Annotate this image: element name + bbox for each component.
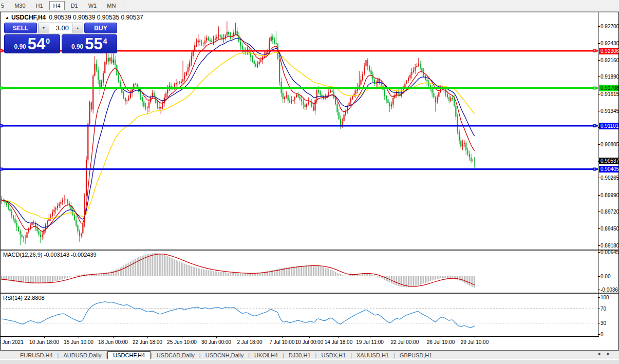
time-axis-label: 29 Jul 10:00	[461, 339, 489, 345]
symbol-timeframe-label: USDCHF,H4	[11, 14, 46, 21]
chart-tab-gbpusd[interactable]: GBPUSD,H1	[395, 352, 437, 359]
time-axis-tick	[216, 337, 217, 338]
time-axis-tick	[79, 337, 79, 338]
time-axis-label: 10 Jul 00:00	[295, 339, 324, 345]
time-axis-label: 8 Jun 2021	[0, 339, 24, 345]
chart-tab-bar: EURUSD,H4|AUDUSD,Daily|USDCHF,H4|USDCAD,…	[0, 350, 619, 359]
time-axis-tick	[405, 337, 405, 338]
time-axis-label: 22 Jul 00:00	[391, 339, 419, 345]
time-axis-tick	[182, 337, 182, 338]
time-axis-label: 26 Jul 19:00	[427, 339, 455, 345]
pane-bottom-border	[0, 336, 599, 337]
time-axis-label: 14 Jul 18:00	[325, 339, 353, 345]
volume-increase-button[interactable]: ▲	[72, 23, 83, 33]
chart-title: ▲USDCHF,H40.90539 0.90539 0.90535 0.9053…	[5, 14, 143, 21]
chart-tab-dj30[interactable]: DJ30,H1	[284, 352, 315, 359]
price-tick-label: 0.92160	[601, 58, 619, 63]
price-tick-label: 0.89450	[601, 226, 619, 232]
timeframe-button-d1[interactable]: D1	[67, 1, 82, 10]
axis-tick	[598, 252, 600, 253]
price-level-badge: 0.91708	[599, 85, 618, 91]
time-axis-tick	[339, 337, 339, 338]
time-axis-tick	[309, 337, 310, 338]
axis-tick	[598, 228, 600, 229]
price-level-badge: 0.92306	[599, 48, 618, 54]
time-axis-tick	[475, 337, 475, 338]
axis-tick	[598, 43, 600, 44]
timeframe-button-h1[interactable]: H1	[32, 1, 47, 10]
time-axis-label: 2 Jul 18:00	[237, 339, 262, 345]
buy-button[interactable]: BUY	[84, 23, 117, 33]
buy-price-point: 4	[103, 37, 107, 45]
sell-price-pips: 54	[28, 36, 45, 52]
rsi-tick-label: 0	[601, 332, 619, 337]
time-axis-label: 10 Jun 18:00	[29, 339, 59, 345]
macd-label: MACD(12,26,9) -0.003143 -0.002439	[3, 252, 97, 258]
trading-platform-window: 5M30H1H4D1W1MN ▲USDCHF,H40.90539 0.90539…	[0, 0, 619, 364]
macd-tick-label: 0.00	[601, 274, 619, 279]
price-tick-label: 0.89720	[601, 209, 619, 215]
chart-tab-usdcad[interactable]: USDCAD,Daily	[152, 352, 199, 359]
price-tick-label: 0.91345	[601, 108, 619, 114]
chart-tab-audusd[interactable]: AUDUSD,Daily	[59, 352, 106, 359]
axis-tick	[598, 195, 600, 196]
chart-tab-usdchf[interactable]: USDCHF,H4	[107, 351, 151, 359]
time-axis-label: 19 Jul 11:00	[356, 339, 384, 345]
timeframe-button-mn[interactable]: MN	[103, 1, 120, 10]
axis-tick	[598, 245, 600, 246]
rsi-tick-label: 100	[601, 295, 619, 300]
price-level-badge: 0.90405	[599, 166, 618, 173]
price-tick-label: 0.90805	[601, 142, 619, 147]
time-axis-label: 30 Jun 00:00	[201, 339, 231, 345]
toolbar-separator	[124, 2, 124, 10]
rsi-tick-label: 70	[601, 306, 619, 312]
timeframe-button-5[interactable]: 5	[0, 1, 8, 10]
macd-tick-label: -0.0036	[601, 287, 619, 293]
price-tick-label: 0.90265	[601, 175, 619, 181]
time-axis-label: 15 Jun 10:00	[64, 339, 93, 345]
chart-tab-xauusd[interactable]: XAUUSD,H1	[352, 352, 393, 359]
axis-tick	[598, 276, 600, 277]
time-axis-label: 7 Jul 10:00	[270, 339, 295, 345]
price-tick-label: 0.89180	[601, 243, 619, 248]
tab-scroll-right-icon[interactable]: ►	[606, 351, 616, 356]
time-axis-tick	[441, 337, 441, 338]
sell-price-point: 0	[46, 37, 50, 45]
sell-price-prefix: 0.90	[14, 43, 26, 50]
axis-tick	[598, 309, 600, 309]
rsi-label: RSI(14) 22.8808	[3, 295, 45, 301]
chart-tab-ukoil[interactable]: UKOil,H4	[250, 352, 283, 359]
tab-scroll-left-icon[interactable]: ◄	[596, 351, 606, 356]
axis-tick	[598, 323, 600, 323]
volume-decrease-button[interactable]: ▼	[39, 23, 49, 33]
timeframe-button-m30[interactable]: M30	[10, 1, 29, 10]
tab-scroll-arrows: ◄►	[596, 351, 616, 356]
timeframe-button-h4[interactable]: H4	[49, 1, 65, 10]
time-axis-tick	[370, 337, 370, 338]
sell-button[interactable]: SELL	[4, 23, 37, 33]
time-axis-tick	[250, 337, 250, 338]
chart-tab-usdx[interactable]: USDX,H1	[316, 352, 350, 359]
chart-tab-usdcnh[interactable]: USDCNH,Daily	[201, 352, 249, 359]
axis-tick	[598, 297, 600, 298]
price-tick-label: 0.92430	[601, 41, 619, 46]
chart-tab-eurusd[interactable]: EURUSD,H4	[15, 352, 58, 359]
time-axis-tick	[44, 337, 45, 338]
sell-price-display[interactable]: 0.90 54 0	[4, 34, 60, 53]
axis-tick	[598, 94, 600, 94]
buy-price-prefix: 0.90	[71, 43, 83, 50]
timeframe-toolbar: 5M30H1H4D1W1MN	[0, 0, 619, 12]
time-axis-tick	[113, 337, 114, 338]
macd-tick-label: 0.006455	[601, 250, 619, 255]
price-axis-line	[598, 12, 598, 337]
axis-tick	[598, 60, 600, 61]
timeframe-button-w1[interactable]: W1	[84, 1, 101, 10]
volume-input[interactable]: 3.00	[49, 23, 72, 33]
rsi-tick-label: 30	[601, 320, 619, 326]
rsi-pane[interactable]	[0, 294, 598, 337]
one-click-collapse-icon[interactable]: ▲	[5, 15, 9, 20]
time-axis-label: 25 Jun 10:00	[167, 339, 197, 345]
time-axis-tick	[282, 337, 283, 338]
buy-price-display[interactable]: 0.90 55 4	[62, 34, 118, 53]
price-level-badge: 0.90537	[599, 158, 618, 164]
